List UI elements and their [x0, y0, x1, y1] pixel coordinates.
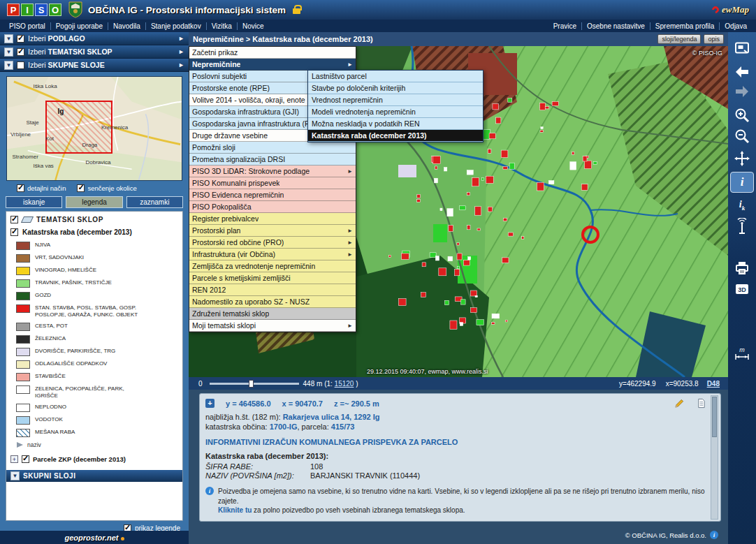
next-view-button[interactable] [730, 81, 754, 102]
menubar-link[interactable]: Pravice [548, 22, 582, 30]
map-option[interactable]: detajlni način [17, 184, 66, 192]
document-icon[interactable] [696, 398, 706, 409]
menubar-link[interactable]: Novice [238, 22, 269, 30]
thematic-menu-item[interactable]: Začetni prikaz [189, 47, 356, 59]
sloji-legenda-button[interactable]: sloji/legenda [657, 34, 701, 44]
section-checkbox[interactable] [17, 48, 24, 56]
thematic-menu-item[interactable]: Parcele s kmetijskimi zemljišči [189, 272, 356, 284]
menu-item-label: Prostorski red občine (PRO) [192, 238, 284, 247]
legend-item-label: STAN. STAVBA, POSL. STAVBA, GOSP. POSLOP… [35, 304, 140, 318]
option-checkbox[interactable] [17, 184, 24, 192]
submenu-item[interactable]: Lastništvo parcel [308, 71, 483, 82]
info-scrollbar[interactable] [711, 395, 718, 520]
zoom-out-button[interactable] [730, 126, 754, 147]
sidebar-tab-legenda[interactable]: legenda [66, 196, 122, 208]
thematic-menu-item[interactable]: Prostorski red občine (PRO)► [189, 237, 356, 249]
menubar-link[interactable]: Sprememba profila [650, 22, 720, 30]
thematic-menu-item[interactable]: Prostorski plan► [189, 225, 356, 237]
sidebar-section-header[interactable]: ▼Izberi SKUPNE SLOJE► [0, 59, 189, 72]
sidebar-section-header[interactable]: ▼Izberi PODLAGO► [0, 32, 189, 45]
kliknite-tu-link[interactable]: Kliknite tu [218, 506, 252, 514]
ko-link[interactable]: 1700-IG [270, 422, 298, 431]
thematic-menu-item[interactable]: Zemljišča za vrednotenje nepremičnin [189, 260, 356, 272]
pan-button[interactable] [730, 148, 754, 169]
parcele-checkbox[interactable] [22, 455, 29, 463]
identify-layers-button[interactable]: ik [730, 195, 754, 216]
overview-minimap[interactable]: Iška LokaIgStajeVrbljeneKotKremenicaDrag… [6, 76, 182, 181]
identify-button[interactable]: i [730, 172, 754, 193]
thematic-menu-item[interactable]: Pomožni sloji [189, 142, 356, 154]
komunalni-prispevek-link[interactable]: INFORMATIVNI IZRAČUN KOMUNALNEGA PRISPEV… [205, 438, 458, 446]
parcela-link[interactable]: 415/73 [331, 422, 355, 431]
thematic-menu-item[interactable]: Nadomestilo za uporabo SZ - NUSZ [189, 296, 356, 308]
geoprostor-logo[interactable]: geoprostor.net [64, 534, 124, 542]
menu-item-label: Parcele s kmetijskimi zemljišči [192, 274, 291, 282]
thematic-menu-item[interactable]: Register prebivalcev [189, 213, 356, 225]
thematic-menu-item[interactable]: PISO Pokopališča [189, 201, 356, 213]
info-scrollbar-thumb[interactable] [712, 397, 717, 437]
sidebar-tabs: iskanjelegendazaznamki [0, 194, 189, 210]
measure-button[interactable]: m [730, 344, 754, 365]
expand-icon[interactable] [10, 455, 18, 463]
opis-button[interactable]: opis [704, 34, 724, 44]
katastrska-raba-checkbox[interactable] [10, 228, 18, 236]
submenu-item[interactable]: Možna neskladja v podatkih REN [308, 118, 483, 130]
thematic-menu-item[interactable]: Infrastruktura (vir Občina)► [189, 249, 356, 260]
menubar-link[interactable]: Odjava [720, 22, 752, 30]
nepremicnine-submenu: Lastništvo parcelStavbe po določenih kri… [307, 70, 484, 142]
collapse-toggle-icon[interactable]: ▼ [4, 61, 13, 70]
sidebar-section-header[interactable]: ▼Izberi TEMATSKI SKLOP► [0, 45, 189, 59]
datum-link[interactable]: D48 [707, 380, 720, 388]
footer-info-icon[interactable]: i [710, 531, 718, 539]
print-button[interactable] [730, 258, 754, 279]
thematic-menu-item[interactable]: Prometna signalizacija DRSI [189, 154, 356, 166]
scale-link[interactable]: 15120 [335, 380, 354, 388]
collapse-toggle-icon[interactable]: ▼ [4, 34, 13, 43]
submenu-item[interactable]: Modeli vrednotenja nepremičnin [308, 106, 483, 118]
ewmap-logo[interactable]: ewMap [712, 4, 749, 15]
thematic-menu-item[interactable]: PISO 3D LiDAR: Strokovne podlage► [189, 166, 356, 177]
skupni-sloji-bar[interactable]: ▼ SKUPNI SLOJI [6, 470, 182, 482]
scale-slider[interactable] [210, 383, 299, 385]
zoom-in-button[interactable] [730, 105, 754, 126]
menubar-link[interactable]: PISO portal [4, 22, 51, 30]
legend-swatch [16, 404, 30, 412]
thematic-menu-item[interactable]: Nepremičnine► [189, 59, 356, 71]
minimap-place-label: Iška vas [34, 163, 54, 169]
edit-icon[interactable] [674, 398, 685, 409]
menubar-link[interactable]: Stanje podatkov [146, 22, 207, 30]
map-toolbar: i ik 3D m [728, 32, 756, 544]
menubar-link[interactable]: Osebne nastavitve [582, 22, 650, 30]
collapse-toggle-icon[interactable]: ▼ [10, 471, 20, 480]
scale-slider-thumb[interactable] [249, 380, 254, 388]
thematic-menu-item[interactable]: Moji tematski sklopi► [189, 320, 356, 332]
section-checkbox[interactable] [17, 61, 24, 69]
address-link[interactable]: Rakarjeva ulica 14, 1292 Ig [283, 413, 380, 421]
map-canvas[interactable]: © PISO-IG 29.12.2015 09:40:07, ewmap, ww… [189, 46, 728, 377]
menubar-link[interactable]: Pogoji uporabe [51, 22, 108, 30]
menubar-link[interactable]: Navodila [108, 22, 146, 30]
submenu-item[interactable]: Vrednost nepremičnin [308, 94, 483, 106]
thematic-menu-item[interactable]: REN 2012 [189, 284, 356, 296]
thematic-menu-item[interactable]: PISO Evidenca nepremičnin [189, 189, 356, 201]
full-extent-button[interactable] [730, 38, 754, 59]
sidebar-tab-zaznamki[interactable]: zaznamki [126, 196, 183, 208]
map-option[interactable]: senčenje okolice [77, 184, 136, 192]
collapse-toggle-icon[interactable]: ▼ [4, 47, 13, 57]
minimap-place-label: Draga [82, 142, 98, 148]
query-point-icon[interactable] [205, 399, 215, 408]
piso-logo[interactable]: PISO [7, 3, 61, 16]
thematic-menu-item[interactable]: Združeni tematski sklop [189, 308, 356, 320]
submenu-item[interactable]: Stavbe po določenih kriterijih [308, 82, 483, 94]
option-checkbox[interactable] [77, 184, 85, 192]
thematic-menu-item[interactable]: PISO Komunalni prispevek [189, 177, 356, 189]
view-3d-button[interactable]: 3D [730, 279, 754, 300]
gps-button[interactable] [730, 216, 754, 237]
menubar-link[interactable]: Vizitka [207, 22, 238, 30]
previous-view-button[interactable] [730, 61, 754, 82]
sidebar-tab-iskanje[interactable]: iskanje [6, 196, 62, 208]
submenu-item[interactable]: Katastrska raba (december 2013) [308, 130, 483, 142]
legend-item-label: ŽELEZNICA [35, 335, 140, 342]
tematski-sklop-checkbox[interactable] [10, 216, 18, 223]
section-checkbox[interactable] [17, 35, 24, 43]
